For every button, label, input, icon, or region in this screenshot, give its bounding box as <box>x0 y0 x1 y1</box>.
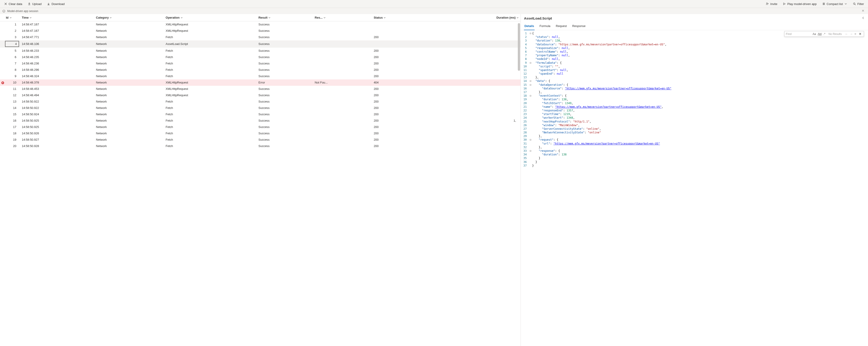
find-input[interactable] <box>786 32 811 36</box>
fold-toggle-icon[interactable]: ⊟ <box>529 83 532 87</box>
code-line[interactable]: 32 }, <box>521 145 868 149</box>
code-line[interactable]: 30⊟ "request": { <box>521 138 868 142</box>
table-row[interactable]: 914:58:48.324NetworkFetchSuccess200 <box>0 73 521 79</box>
table-row[interactable]: 514:58:48.233NetworkFetchSuccess200 <box>0 48 521 54</box>
code-line[interactable]: 36 } <box>521 160 868 164</box>
code-line[interactable]: 28 "NetworkConnectivityState": "online" <box>521 131 868 134</box>
row-operation: Fetch <box>164 73 256 79</box>
code-line[interactable]: 26 "window": "MainWindow", <box>521 123 868 127</box>
code-line[interactable]: 8 "nodeId": null, <box>521 57 868 61</box>
code-line[interactable]: 15⊟ "dataOperation": { <box>521 83 868 87</box>
table-row[interactable]: 414:58:48.106NetworkAssetLoad.ScriptSucc… <box>0 40 521 48</box>
table-row[interactable]: 614:58:48.235NetworkFetchSuccess200 <box>0 54 521 60</box>
code-line[interactable]: 6 "controlName": null, <box>521 50 868 54</box>
tab-response[interactable]: Response <box>572 23 586 30</box>
code-line[interactable]: 35 } <box>521 156 868 160</box>
table-row[interactable]: ✕1014:58:48.378NetworkXMLHttpRequestErro… <box>0 79 521 86</box>
expand-button[interactable] <box>862 16 865 20</box>
tab-details[interactable]: Details <box>524 23 535 30</box>
table-row[interactable]: 314:58:47.771NetworkFetchSuccess200 <box>0 34 521 40</box>
code-line[interactable]: 19 "duration": 138, <box>521 97 868 101</box>
code-line[interactable]: 37} <box>521 164 868 168</box>
table-row[interactable]: 2014:58:50.928NetworkFetchSuccess200 <box>0 143 521 149</box>
col-res[interactable]: Res... <box>313 14 372 21</box>
code-line[interactable]: 25 "nextHopProtocol": "http/1.1", <box>521 120 868 123</box>
code-line[interactable]: 27 "ServerConnectivityState": "online", <box>521 127 868 131</box>
table-row[interactable]: 1514:58:50.924NetworkFetchSuccess200 <box>0 111 521 118</box>
find-prev-button[interactable]: ← <box>845 32 848 36</box>
download-button[interactable]: Download <box>45 1 67 7</box>
table-row[interactable]: 114:58:47.167NetworkXMLHttpRequestSucces… <box>0 21 521 28</box>
code-line[interactable]: 16 "dataSource": "https://mem.gfx.ms/mev… <box>521 87 868 90</box>
code-line[interactable]: 11 "spanStart": null, <box>521 68 868 72</box>
code-line[interactable]: 14⊟ "data": { <box>521 79 868 83</box>
line-number: 22 <box>521 109 529 112</box>
find-select-button[interactable]: ≡ <box>855 32 856 36</box>
table-row[interactable]: 1214:58:48.494NetworkXMLHttpRequestSucce… <box>0 92 521 98</box>
code-line[interactable]: 17 }, <box>521 90 868 94</box>
scrollbar-thumb[interactable] <box>518 23 520 71</box>
col-result[interactable]: Result <box>256 14 313 21</box>
code-line[interactable]: 24 "workerStart": 1348, <box>521 116 868 120</box>
table-row[interactable]: 214:58:47.167NetworkXMLHttpRequestSucces… <box>0 28 521 34</box>
row-duration <box>428 105 521 111</box>
code-line[interactable]: 20 "fetchStart": 1349, <box>521 102 868 105</box>
fold-toggle-icon[interactable]: ⊟ <box>529 94 532 97</box>
table-row[interactable]: 1714:58:50.925NetworkFetchSuccess200 <box>0 124 521 130</box>
code-line[interactable]: 21 "name": "https://mem.gfx.ms/meversion… <box>521 105 868 109</box>
table-row[interactable]: 1114:58:48.453NetworkXMLHttpRequestSucce… <box>0 86 521 92</box>
code-line[interactable]: 23 "startTime": 1219, <box>521 112 868 116</box>
code-line[interactable]: 22 "responseEnd": 1357, <box>521 109 868 112</box>
fold-toggle-icon[interactable]: ⊟ <box>529 32 532 35</box>
col-status[interactable]: Status <box>372 14 428 21</box>
code-line[interactable]: 3 "duration": 138, <box>521 39 868 42</box>
table-row[interactable]: 1314:58:50.922NetworkFetchSuccess200 <box>0 98 521 105</box>
regex-button[interactable]: .* <box>824 32 825 36</box>
fold-toggle-icon[interactable]: ⊟ <box>529 138 532 142</box>
upload-button[interactable]: Upload <box>25 1 44 7</box>
compact-list-button[interactable]: Compact list <box>820 1 850 7</box>
col-status-icon[interactable] <box>0 14 4 21</box>
find-close-button[interactable]: ✕ <box>858 32 862 36</box>
table-row[interactable]: 1814:58:50.926NetworkFetchSuccess200 <box>0 130 521 137</box>
filter-button[interactable]: Filter <box>850 1 866 7</box>
table-row[interactable]: 714:58:48.236NetworkFetchSuccess200 <box>0 60 521 67</box>
code-line[interactable]: 12 "spanEnd": null <box>521 72 868 76</box>
col-result-label: Result <box>258 16 268 19</box>
tab-formula[interactable]: Formula <box>539 23 551 30</box>
col-id[interactable]: Id <box>4 14 20 21</box>
fold-toggle-icon[interactable]: ⊟ <box>529 79 532 83</box>
find-next-button[interactable]: → <box>849 32 852 36</box>
col-category[interactable]: Category <box>94 14 164 21</box>
code-viewer[interactable]: Aa Abl .* No Results ← → ≡ ✕ 1⊟{2 "statu… <box>521 30 868 346</box>
fold-toggle-icon[interactable]: ⊟ <box>529 149 532 153</box>
fold-toggle-icon[interactable]: ⊟ <box>529 61 532 65</box>
col-duration[interactable]: Duration (ms) <box>428 14 521 21</box>
code-line[interactable]: 29 }, <box>521 134 868 138</box>
tab-request[interactable]: Request <box>555 23 567 30</box>
code-line[interactable]: 34 "duration": 138 <box>521 153 868 156</box>
table-row[interactable]: 1914:58:50.927NetworkFetchSuccess200 <box>0 137 521 143</box>
code-line[interactable]: 31 "url": "https://mem.gfx.ms/meversion?… <box>521 142 868 145</box>
line-number: 19 <box>521 97 529 101</box>
code-line[interactable]: 5 "responseSize": null, <box>521 46 868 50</box>
col-operation[interactable]: Operation <box>164 14 256 21</box>
code-line[interactable]: 13 }, <box>521 76 868 79</box>
table-row[interactable]: 1414:58:50.922NetworkFetchSuccess200 <box>0 105 521 111</box>
session-close-button[interactable] <box>860 9 866 13</box>
play-button[interactable]: Play model-driven app <box>780 1 819 7</box>
code-line[interactable]: 9⊟ "formulaData": { <box>521 61 868 65</box>
code-line[interactable]: 4 "dataSource": "https://mem.gfx.ms/meve… <box>521 42 868 46</box>
events-grid[interactable]: Id Time Category Operation Result Res...… <box>0 14 521 346</box>
match-case-button[interactable]: Aa <box>813 32 816 36</box>
clear-data-button[interactable]: Clear data <box>2 1 25 7</box>
col-time[interactable]: Time <box>20 14 94 21</box>
table-row[interactable]: 814:58:48.296NetworkFetchSuccess200 <box>0 67 521 73</box>
match-word-button[interactable]: Abl <box>818 32 822 36</box>
code-line[interactable]: 18⊟ "eventContext": { <box>521 94 868 97</box>
code-line[interactable]: 7 "propertyName": null, <box>521 54 868 57</box>
invite-button[interactable]: Invite <box>764 1 779 7</box>
code-line[interactable]: 10 "script": "", <box>521 65 868 68</box>
table-row[interactable]: 1614:58:50.925NetworkFetchSuccess2001, <box>0 118 521 124</box>
code-line[interactable]: 33⊟ "response": { <box>521 149 868 153</box>
